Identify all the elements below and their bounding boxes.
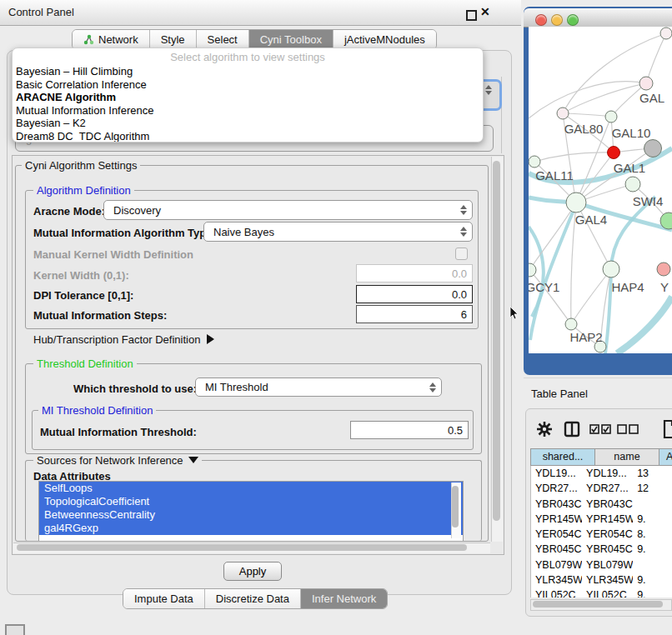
table-row[interactable]: YBR043CYBR043C <box>531 497 672 512</box>
mi-type-combo[interactable]: Naive Bayes <box>203 222 473 242</box>
network-edge <box>563 113 611 117</box>
dpi-tolerance-field[interactable] <box>356 285 473 303</box>
table-row[interactable]: YLR345WYLR345W9. <box>531 572 672 588</box>
table-cell <box>633 558 672 572</box>
network-node-label: SWI4 <box>633 194 664 208</box>
network-node-gcy1[interactable] <box>529 263 536 277</box>
network-canvas[interactable]: GALGAL80GAL10GAL1GAL11SWI4GAL4GCY1HAP4YH… <box>529 27 672 353</box>
mi-type-value: Naive Bayes <box>213 226 274 238</box>
attribute-item[interactable]: TopologicalCoefficient <box>39 495 463 508</box>
dpi-tolerance-label: DPI Tolerance [0,1]: <box>33 289 133 302</box>
checked-columns-icon[interactable] <box>589 424 611 434</box>
network-node-hap4[interactable] <box>603 261 619 278</box>
tab-impute-data[interactable]: Impute Data <box>123 589 205 608</box>
algorithm-option[interactable]: Dream8 DC_TDC Algorithm <box>13 130 483 143</box>
attribute-item[interactable]: gal4RGexp <box>39 522 463 535</box>
unchecked-columns-icon[interactable] <box>617 424 639 434</box>
table-body: YDL19...YDL19...13YDR27...YDR27...12YBR0… <box>530 466 672 598</box>
table-cell <box>633 497 672 512</box>
table-row[interactable]: YBR045CYBR045C9. <box>531 542 672 557</box>
table-cell: YBR043C <box>531 497 582 512</box>
expand-arrow-icon <box>207 334 214 344</box>
network-node-gal1[interactable] <box>608 147 620 159</box>
mi-threshold-field[interactable] <box>350 421 469 439</box>
algorithm-option[interactable]: Bayesian – K2 <box>13 117 483 130</box>
network-node-label: GAL10 <box>612 126 651 140</box>
hub-definition-toggle[interactable]: Hub/Transcription Factor Definition <box>33 333 214 346</box>
column-header-shared-[interactable]: shared... <box>530 448 594 466</box>
network-node-gal10[interactable] <box>605 111 617 122</box>
table-cell: YDL19... <box>531 466 582 481</box>
vertical-scrollbar-thumb[interactable] <box>493 161 500 521</box>
aracne-mode-combo[interactable]: Discovery <box>103 200 473 220</box>
tab-discretize-data[interactable]: Discretize Data <box>205 589 301 608</box>
mouse-cursor <box>509 306 519 321</box>
table-cell: YIL052C <box>531 588 582 598</box>
minimized-panel-icon[interactable] <box>5 624 25 635</box>
tab-jactivemnodules[interactable]: jActiveMNodules <box>333 30 436 49</box>
table-row[interactable]: YIL052CYIL052C9. <box>531 588 672 598</box>
table-row[interactable]: YDL19...YDL19...13 <box>531 466 672 481</box>
table-horizontal-scrollbar-thumb[interactable] <box>533 601 663 608</box>
attribute-item[interactable]: SelfLoops <box>39 482 463 495</box>
algorithm-option[interactable]: Bayesian – Hill Climbing <box>13 65 483 78</box>
table-cell: YBR045C <box>582 542 633 557</box>
network-node-hap2[interactable] <box>565 318 577 330</box>
network-node-gal[interactable] <box>639 77 653 90</box>
close-traffic-light-icon[interactable] <box>535 14 547 26</box>
apply-button[interactable]: Apply <box>223 562 282 581</box>
kernel-width-field[interactable] <box>356 264 473 282</box>
gear-icon[interactable] <box>536 421 553 438</box>
algorithm-dropdown-popup: Select algorithm to view settings Bayesi… <box>12 48 484 142</box>
tab-infer-network[interactable]: Infer Network <box>301 589 387 608</box>
network-view-window: GALGAL80GAL10GAL1GAL11SWI4GAL4GCY1HAP4YH… <box>524 7 672 375</box>
manual-kernel-label: Manual Kernel Width Definition <box>33 248 193 261</box>
table-cell: 9. <box>633 542 672 557</box>
control-panel-title: Control Panel <box>8 6 74 18</box>
column-header-a[interactable]: A <box>659 448 672 466</box>
close-icon[interactable]: ✕ <box>480 5 490 18</box>
data-attributes-list[interactable]: SelfLoopsTopologicalCoefficientBetweenne… <box>38 481 464 542</box>
network-node-gal11[interactable] <box>529 156 540 168</box>
horizontal-scrollbar-thumb[interactable] <box>17 544 467 551</box>
minimize-traffic-light-icon[interactable] <box>551 14 563 26</box>
network-node-label: GAL1 <box>614 161 645 175</box>
zoom-traffic-light-icon[interactable] <box>567 14 579 26</box>
float-window-icon[interactable] <box>466 10 477 21</box>
split-columns-icon[interactable] <box>564 421 580 438</box>
table-row[interactable]: YBL079WYBL079W <box>531 558 672 572</box>
algorithm-option[interactable]: ARACNE Algorithm <box>13 91 483 104</box>
tab-select[interactable]: Select <box>197 30 249 49</box>
column-header-name[interactable]: name <box>594 448 659 466</box>
table-panel-divider <box>524 378 672 378</box>
table-row[interactable]: YPR145WYPR145W9. <box>531 512 672 527</box>
sources-group-title[interactable]: Sources for Network Inference <box>33 454 202 467</box>
network-edge <box>563 83 646 113</box>
network-window-titlebar[interactable] <box>524 8 672 28</box>
attribute-item[interactable]: BetweennessCentrality <box>39 508 463 522</box>
mi-steps-field[interactable] <box>356 305 473 323</box>
page-icon[interactable] <box>663 419 672 439</box>
algorithm-option[interactable]: Basic Correlation Inference <box>13 78 483 92</box>
which-threshold-combo[interactable]: MI Threshold <box>195 378 442 397</box>
which-threshold-value: MI Threshold <box>205 381 268 393</box>
table-cell: 9. <box>633 512 672 527</box>
manual-kernel-checkbox[interactable] <box>455 248 468 260</box>
algorithm-option[interactable]: Mutual Information Inference <box>13 104 483 118</box>
network-node-gal80[interactable] <box>557 108 569 119</box>
mi-type-label: Mutual Information Algorithm Type: <box>33 227 216 239</box>
network-node-y[interactable] <box>657 262 670 276</box>
attributes-scrollbar-thumb[interactable] <box>452 486 459 528</box>
network-node[interactable] <box>660 28 672 39</box>
tab-network[interactable]: Network <box>73 30 150 49</box>
tab-cyni-toolbox[interactable]: Cyni Toolbox <box>249 30 333 49</box>
network-edge <box>571 269 611 324</box>
table-row[interactable]: YER054CYER054C8. <box>531 527 672 542</box>
network-node-gal4[interactable] <box>566 192 586 212</box>
table-cell: YBR043C <box>582 497 633 512</box>
network-edge <box>646 33 666 83</box>
network-node-swi4[interactable] <box>625 177 640 192</box>
table-row[interactable]: YDR27...YDR27...12 <box>531 481 672 496</box>
tab-style[interactable]: Style <box>150 30 197 49</box>
network-node[interactable] <box>644 140 662 158</box>
